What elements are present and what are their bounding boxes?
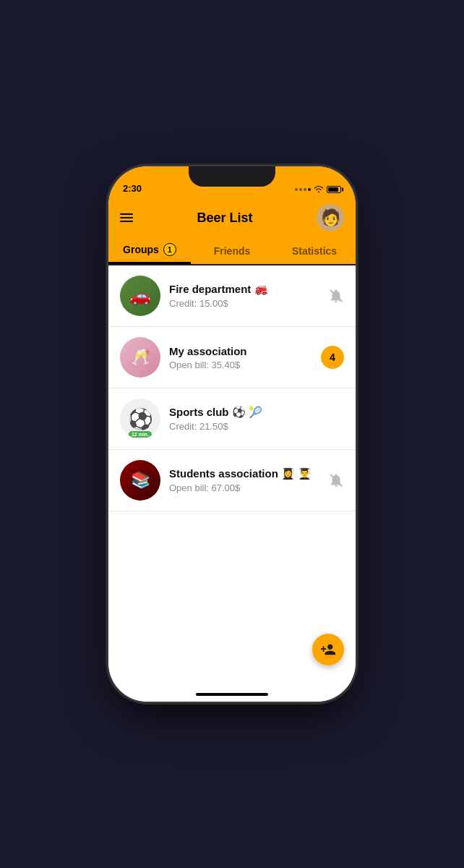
battery-fill [328, 187, 338, 192]
status-time: 2:30 [123, 183, 142, 194]
group-info-fire-department: Fire department 🚒 Credit: 15.00$ [169, 283, 319, 309]
hamburger-menu[interactable] [120, 213, 133, 222]
group-action-students-association[interactable] [328, 472, 344, 488]
tab-statistics[interactable]: Statistics [273, 239, 356, 264]
list-item[interactable]: 🥂 My association Open bill: 35.40$ 4 [108, 327, 356, 388]
group-action-my-association[interactable]: 4 [321, 346, 344, 369]
status-icons [295, 185, 341, 194]
list-item[interactable]: 🚗 Fire department 🚒 Credit: 15.00$ [108, 265, 356, 327]
group-name-fire-department: Fire department 🚒 [169, 283, 319, 296]
signal-dot-2 [299, 188, 302, 191]
tab-friends[interactable]: Friends [191, 239, 273, 264]
app-header: Beer List 🧑 [108, 198, 356, 231]
tab-bar: Groups 1 Friends Statistics [108, 231, 356, 265]
phone-frame: 2:30 [108, 166, 356, 702]
notification-badge-my-association: 4 [321, 346, 344, 369]
tab-statistics-label: Statistics [292, 245, 337, 257]
bell-muted-icon-students [328, 472, 344, 488]
wifi-icon [314, 185, 324, 194]
group-name-sports-club: Sports club ⚽ 🎾 [169, 406, 335, 419]
signal-dots [295, 188, 311, 191]
group-sub-my-association: Open bill: 35.40$ [169, 359, 312, 370]
tab-groups[interactable]: Groups 1 [108, 239, 191, 264]
group-info-sports-club: Sports club ⚽ 🎾 Credit: 21.50$ [169, 406, 335, 432]
group-sub-students-association: Open bill: 67.00$ [169, 482, 319, 493]
signal-dot-3 [304, 188, 306, 191]
group-sub-fire-department: Credit: 15.00$ [169, 298, 319, 309]
home-indicator [196, 693, 268, 696]
group-avatar-students-association: 📚 [120, 460, 160, 501]
battery-icon [327, 186, 341, 193]
phone-screen: 2:30 [108, 166, 356, 702]
app-title: Beer List [197, 210, 252, 226]
signal-dot-1 [295, 188, 298, 191]
tab-friends-label: Friends [214, 245, 251, 257]
add-person-icon [320, 642, 336, 658]
group-name-my-association: My association [169, 345, 312, 357]
group-action-fire-department[interactable] [328, 288, 344, 304]
add-group-button[interactable] [312, 634, 344, 665]
group-name-students-association: Students association 👩‍🎓 👨‍🎓 [169, 467, 319, 480]
list-item[interactable]: ⚽ 12 min. Sports club ⚽ 🎾 Credit: 21.50$ [108, 388, 356, 450]
group-info-students-association: Students association 👩‍🎓 👨‍🎓 Open bill: … [169, 467, 319, 493]
tab-groups-label: Groups [123, 244, 159, 255]
notch [189, 166, 275, 187]
bell-muted-icon [328, 288, 344, 304]
signal-dot-4 [308, 188, 311, 191]
list-item[interactable]: 📚 Students association 👩‍🎓 👨‍🎓 Open bill… [108, 450, 356, 511]
group-sub-sports-club: Credit: 21.50$ [169, 421, 335, 432]
group-avatar-sports-club: ⚽ 12 min. [120, 399, 160, 439]
profile-avatar[interactable]: 🧑 [317, 204, 344, 231]
time-badge-sports-club: 12 min. [129, 431, 152, 438]
tab-groups-badge: 1 [163, 243, 176, 256]
group-avatar-my-association: 🥂 [120, 337, 160, 378]
group-avatar-fire-department: 🚗 [120, 276, 160, 316]
screen-content: 2:30 [108, 166, 356, 702]
group-info-my-association: My association Open bill: 35.40$ [169, 345, 312, 370]
